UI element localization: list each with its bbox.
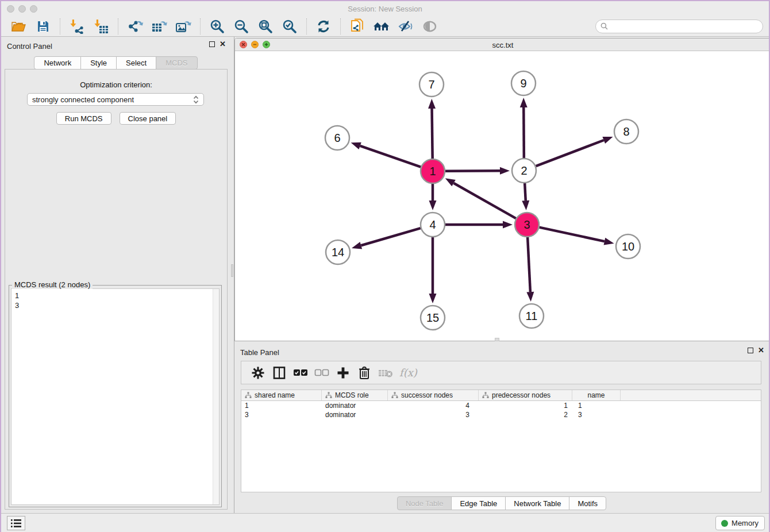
tab-mcds[interactable]: MCDS <box>156 56 197 70</box>
zoom-in-icon <box>210 19 225 34</box>
graph-edge-3-11[interactable] <box>528 237 530 292</box>
result-line: 1 <box>15 291 215 300</box>
column-header-predecessor-nodes[interactable]: predecessor nodes <box>479 390 572 400</box>
column-header-shared-name[interactable]: shared name <box>241 390 322 400</box>
mcds-panel: Optimization criterion: strongly connect… <box>5 69 228 510</box>
control-panel-header: Control Panel ✕ <box>1 37 230 54</box>
network-window-title: scc.txt <box>235 41 770 49</box>
import-network-button[interactable] <box>67 18 87 35</box>
plus-icon <box>337 367 349 379</box>
zoom-out-button[interactable] <box>232 18 251 35</box>
delete-table-button <box>375 364 396 381</box>
splitter-grip[interactable] <box>231 264 233 277</box>
graph-edge-4-14[interactable] <box>361 228 421 245</box>
eye-icon <box>422 20 437 33</box>
export-table-button[interactable] <box>149 18 169 35</box>
optimization-criterion-label: Optimization criterion: <box>5 80 227 89</box>
birds-eye-button[interactable] <box>420 18 440 35</box>
toolbar-separator <box>200 18 201 34</box>
list-icon <box>11 519 21 527</box>
search-field[interactable] <box>595 20 763 33</box>
memory-button[interactable]: Memory <box>715 516 765 530</box>
table-row[interactable]: 3 dominator 3 2 3 <box>241 410 761 419</box>
network-view-window: scc.txt 7968124314101511 <box>234 38 770 341</box>
refresh-layout-button[interactable] <box>314 18 333 35</box>
graph-edge-2-9[interactable] <box>523 107 524 158</box>
float-panel-icon[interactable] <box>209 41 215 47</box>
memory-status-icon <box>721 520 728 527</box>
tab-node-table[interactable]: Node Table <box>397 496 452 510</box>
zoom-in-button[interactable] <box>207 18 227 35</box>
tab-edge-table[interactable]: Edge Table <box>451 496 506 510</box>
column-header-mcds-role[interactable]: MCDS role <box>322 390 388 400</box>
eye-slash-icon <box>398 20 414 33</box>
show-columns-button[interactable] <box>268 364 290 381</box>
result-scrollbar[interactable] <box>213 289 219 504</box>
table-panel-title: Table Panel <box>240 348 279 357</box>
attribute-icon <box>325 392 332 399</box>
graph-edge-2-3[interactable] <box>525 183 526 201</box>
search-input[interactable] <box>611 22 758 30</box>
select-all-button[interactable] <box>290 364 311 381</box>
deselect-all-button[interactable] <box>311 364 332 381</box>
toolbar-separator <box>60 18 60 34</box>
graph-edge-1-2[interactable] <box>445 171 500 171</box>
node-table[interactable]: shared name MCDS role successor nodes pr… <box>241 390 761 492</box>
optimization-criterion-select[interactable]: strongly connected component <box>27 93 204 106</box>
graph-edge-1-6[interactable] <box>360 146 421 167</box>
zoom-fit-button[interactable] <box>256 18 275 35</box>
mcds-result-textarea[interactable]: 1 3 <box>11 288 220 505</box>
houses-icon <box>373 20 390 33</box>
float-table-panel-icon[interactable] <box>748 348 753 353</box>
graph-edge-arrowhead <box>429 294 437 303</box>
graph-node-label: 7 <box>428 78 434 91</box>
table-panel: Table Panel ✕ <box>234 343 769 514</box>
app-window: Session: New Session <box>0 0 770 532</box>
graph-edge-arrowhead <box>522 201 529 210</box>
task-history-button[interactable] <box>7 516 25 530</box>
graph-edge-1-7[interactable] <box>432 109 433 159</box>
add-column-button[interactable] <box>332 364 353 381</box>
panel-splitter[interactable] <box>230 37 234 513</box>
graphics-details-button[interactable] <box>396 18 415 35</box>
function-builder-button: f(x) <box>399 367 417 379</box>
graph-edge-3-10[interactable] <box>540 228 605 241</box>
table-header-row: shared name MCDS role successor nodes pr… <box>241 390 761 401</box>
graph-node-label: 3 <box>523 218 530 231</box>
canvas-resize-grip[interactable] <box>495 338 499 341</box>
column-header-successor-nodes[interactable]: successor nodes <box>388 390 479 400</box>
table-row[interactable]: 1 dominator 4 1 1 <box>241 401 761 410</box>
graph-node-label: 10 <box>622 240 634 253</box>
run-mcds-button[interactable]: Run MCDS <box>56 112 111 125</box>
close-panel-icon[interactable]: ✕ <box>220 41 226 47</box>
export-network-icon <box>127 19 143 34</box>
chevron-up-down-icon <box>193 95 199 104</box>
close-panel-button[interactable]: Close panel <box>120 112 176 125</box>
save-session-button[interactable] <box>33 18 53 35</box>
tab-motifs[interactable]: Motifs <box>569 496 606 510</box>
home-button[interactable] <box>372 18 391 35</box>
graph-edge-3-1[interactable] <box>454 183 516 218</box>
table-settings-button[interactable] <box>247 364 268 381</box>
tab-style[interactable]: Style <box>80 56 117 70</box>
import-table-button[interactable] <box>91 18 111 35</box>
tab-network[interactable]: Network <box>34 56 81 70</box>
open-session-button[interactable] <box>9 18 29 35</box>
close-table-panel-icon[interactable]: ✕ <box>758 348 764 353</box>
tab-network-table[interactable]: Network Table <box>505 496 569 510</box>
export-network-button[interactable] <box>125 18 145 35</box>
graph-node-label: 4 <box>429 218 436 231</box>
search-icon <box>600 22 608 30</box>
graph-edge-2-8[interactable] <box>536 140 604 166</box>
network-canvas[interactable]: 7968124314101511 <box>235 51 770 341</box>
column-header-name[interactable]: name <box>572 390 621 400</box>
network-document-button[interactable] <box>348 18 367 35</box>
graph-node-label: 9 <box>520 77 526 90</box>
delete-table-icon <box>378 368 393 378</box>
export-image-button[interactable] <box>174 18 193 35</box>
zoom-selected-icon <box>282 19 297 34</box>
zoom-selected-button[interactable] <box>280 18 299 35</box>
tab-select[interactable]: Select <box>116 56 156 70</box>
gear-icon <box>252 367 264 379</box>
delete-column-button[interactable] <box>353 364 375 381</box>
